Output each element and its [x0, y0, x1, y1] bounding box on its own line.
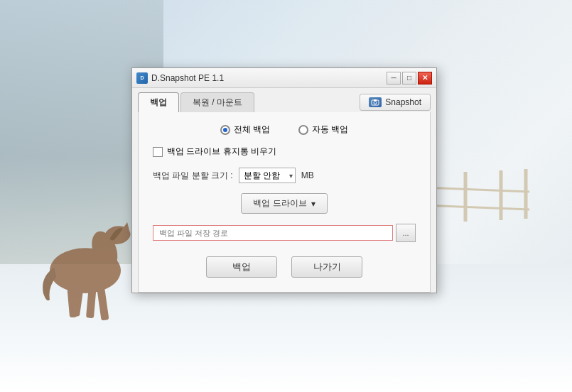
backup-button[interactable]: 백업 [206, 256, 277, 278]
drive-dropdown-icon: ▾ [311, 199, 315, 209]
tab-backup[interactable]: 백업 [138, 92, 179, 112]
checkbox-row: 백업 드라이브 휴지통 비우기 [153, 146, 416, 158]
snapshot-btn-wrap: Snapshot [360, 94, 431, 111]
window-controls: ─ □ ✕ [387, 72, 432, 85]
split-size-label: 백업 파일 분할 크기 : [153, 170, 233, 182]
window-title: D.Snapshot PE 1.1 [151, 73, 224, 83]
empty-trash-label: 백업 드라이브 휴지통 비우기 [167, 146, 276, 158]
minimize-button[interactable]: ─ [387, 72, 401, 85]
empty-trash-checkbox[interactable] [153, 147, 163, 157]
svg-rect-5 [97, 288, 109, 321]
tab-restore[interactable]: 복원 / 마운트 [180, 92, 254, 112]
svg-marker-3 [123, 222, 129, 230]
radio-auto-backup-indicator [298, 125, 308, 135]
app-icon: D [136, 72, 148, 84]
path-row: ... [153, 224, 416, 242]
maximize-button[interactable]: □ [402, 72, 416, 85]
snapshot-icon [369, 97, 382, 107]
svg-point-17 [374, 102, 377, 104]
content-area: 전체 백업 자동 백업 백업 드라이브 휴지통 비우기 백업 파일 분할 크기 … [138, 112, 431, 293]
split-size-select[interactable]: 분할 안함 700 MB 1000 MB 4000 MB [239, 168, 296, 183]
titlebar-left: D D.Snapshot PE 1.1 [136, 72, 224, 84]
radio-full-backup[interactable]: 전체 백업 [220, 124, 270, 136]
application-window: D D.Snapshot PE 1.1 ─ □ ✕ 백업 복원 / 마운트 [131, 67, 437, 293]
tabbar: 백업 복원 / 마운트 Snapshot [132, 88, 436, 112]
exit-button[interactable]: 나가기 [291, 256, 362, 278]
svg-rect-18 [374, 99, 377, 101]
split-size-row: 백업 파일 분할 크기 : 분할 안함 700 MB 1000 MB 4000 … [153, 168, 416, 183]
split-select-wrapper: 분할 안함 700 MB 1000 MB 4000 MB [239, 168, 296, 183]
radio-full-backup-indicator [220, 125, 230, 135]
drive-dropdown-button[interactable]: 백업 드라이브 ▾ [241, 193, 327, 214]
backup-path-input[interactable] [153, 225, 393, 241]
snapshot-button[interactable]: Snapshot [360, 94, 431, 111]
radio-full-backup-label: 전체 백업 [234, 124, 270, 136]
browse-button[interactable]: ... [396, 224, 416, 242]
mb-unit-label: MB [301, 170, 314, 180]
drive-label: 백업 드라이브 [253, 197, 306, 209]
action-buttons: 백업 나가기 [153, 256, 416, 281]
snapshot-label: Snapshot [385, 97, 421, 107]
radio-group: 전체 백업 자동 백업 [153, 124, 416, 136]
horse-decoration [21, 193, 149, 335]
radio-auto-backup-label: 자동 백업 [312, 124, 348, 136]
titlebar: D D.Snapshot PE 1.1 ─ □ ✕ [132, 68, 436, 88]
radio-auto-backup[interactable]: 자동 백업 [298, 124, 348, 136]
drive-row: 백업 드라이브 ▾ [153, 193, 416, 214]
close-button[interactable]: ✕ [418, 72, 432, 85]
